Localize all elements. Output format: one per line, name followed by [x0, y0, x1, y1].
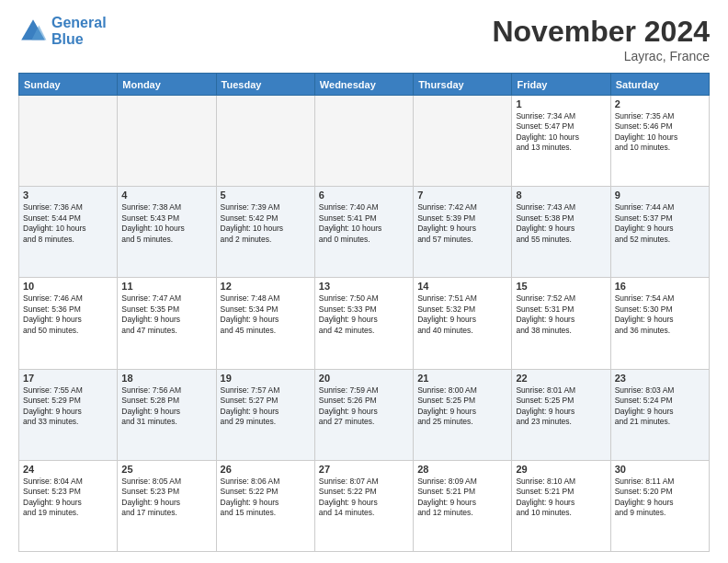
calendar-table: SundayMondayTuesdayWednesdayThursdayFrid… [18, 73, 710, 552]
weekday-header-wednesday: Wednesday [314, 74, 413, 96]
day-number: 22 [516, 373, 606, 384]
logo-line2: Blue [51, 31, 84, 47]
day-number: 2 [615, 98, 705, 109]
day-number: 8 [516, 190, 606, 201]
calendar-cell: 25Sunrise: 8:05 AM Sunset: 5:23 PM Dayli… [118, 460, 216, 551]
calendar-cell: 27Sunrise: 8:07 AM Sunset: 5:22 PM Dayli… [314, 460, 413, 551]
cell-info: Sunrise: 7:44 AM Sunset: 5:37 PM Dayligh… [615, 202, 705, 245]
day-number: 23 [615, 373, 705, 384]
cell-info: Sunrise: 8:04 AM Sunset: 5:23 PM Dayligh… [23, 477, 113, 519]
cell-info: Sunrise: 8:10 AM Sunset: 5:21 PM Dayligh… [516, 477, 606, 519]
cell-info: Sunrise: 7:57 AM Sunset: 5:27 PM Dayligh… [221, 385, 311, 428]
day-number: 13 [319, 281, 409, 292]
header: General Blue November 2024 Layrac, Franc… [18, 15, 710, 63]
cell-info: Sunrise: 8:03 AM Sunset: 5:24 PM Dayligh… [615, 385, 705, 428]
calendar-cell: 30Sunrise: 8:11 AM Sunset: 5:20 PM Dayli… [610, 460, 709, 551]
day-number: 9 [615, 190, 705, 201]
day-number: 17 [23, 373, 113, 384]
cell-info: Sunrise: 8:11 AM Sunset: 5:20 PM Dayligh… [615, 477, 705, 519]
day-number: 15 [516, 281, 606, 292]
calendar-cell: 29Sunrise: 8:10 AM Sunset: 5:21 PM Dayli… [512, 460, 610, 551]
cell-info: Sunrise: 7:52 AM Sunset: 5:31 PM Dayligh… [516, 293, 606, 336]
calendar-cell: 22Sunrise: 8:01 AM Sunset: 5:25 PM Dayli… [512, 369, 610, 460]
day-number: 25 [121, 464, 211, 475]
weekday-header-thursday: Thursday [414, 74, 512, 96]
cell-info: Sunrise: 7:50 AM Sunset: 5:33 PM Dayligh… [319, 293, 409, 336]
calendar-cell: 5Sunrise: 7:39 AM Sunset: 5:42 PM Daylig… [216, 187, 314, 278]
day-number: 1 [516, 98, 606, 109]
weekday-header-monday: Monday [118, 74, 216, 96]
calendar-cell: 17Sunrise: 7:55 AM Sunset: 5:29 PM Dayli… [19, 369, 118, 460]
logo-text: General Blue [51, 15, 107, 47]
cell-info: Sunrise: 7:35 AM Sunset: 5:46 PM Dayligh… [615, 111, 705, 154]
day-number: 12 [221, 281, 311, 292]
calendar-week-row: 10Sunrise: 7:46 AM Sunset: 5:36 PM Dayli… [19, 278, 710, 369]
day-number: 28 [417, 464, 507, 475]
calendar-cell: 7Sunrise: 7:42 AM Sunset: 5:39 PM Daylig… [414, 187, 512, 278]
cell-info: Sunrise: 7:43 AM Sunset: 5:38 PM Dayligh… [516, 202, 606, 245]
day-number: 5 [221, 190, 311, 201]
weekday-header-friday: Friday [512, 74, 610, 96]
calendar-cell: 9Sunrise: 7:44 AM Sunset: 5:37 PM Daylig… [610, 187, 709, 278]
calendar-cell [19, 96, 118, 187]
location-title: Layrac, France [492, 49, 710, 63]
cell-info: Sunrise: 8:05 AM Sunset: 5:23 PM Dayligh… [121, 477, 211, 519]
cell-info: Sunrise: 8:07 AM Sunset: 5:22 PM Dayligh… [319, 477, 409, 519]
cell-info: Sunrise: 7:36 AM Sunset: 5:44 PM Dayligh… [23, 202, 113, 245]
calendar-cell: 21Sunrise: 8:00 AM Sunset: 5:25 PM Dayli… [414, 369, 512, 460]
day-number: 19 [221, 373, 311, 384]
calendar-cell: 4Sunrise: 7:38 AM Sunset: 5:43 PM Daylig… [118, 187, 216, 278]
day-number: 6 [319, 190, 409, 201]
calendar-cell [118, 96, 216, 187]
calendar-cell: 24Sunrise: 8:04 AM Sunset: 5:23 PM Dayli… [19, 460, 118, 551]
calendar-cell: 2Sunrise: 7:35 AM Sunset: 5:46 PM Daylig… [610, 96, 709, 187]
cell-info: Sunrise: 8:01 AM Sunset: 5:25 PM Dayligh… [516, 385, 606, 428]
calendar-cell: 19Sunrise: 7:57 AM Sunset: 5:27 PM Dayli… [216, 369, 314, 460]
day-number: 24 [23, 464, 113, 475]
weekday-header-sunday: Sunday [19, 74, 118, 96]
day-number: 11 [121, 281, 211, 292]
calendar-cell: 6Sunrise: 7:40 AM Sunset: 5:41 PM Daylig… [314, 187, 413, 278]
day-number: 14 [417, 281, 507, 292]
day-number: 7 [417, 190, 507, 201]
calendar-cell: 12Sunrise: 7:48 AM Sunset: 5:34 PM Dayli… [216, 278, 314, 369]
logo-line1: General [51, 15, 107, 30]
calendar-week-row: 3Sunrise: 7:36 AM Sunset: 5:44 PM Daylig… [19, 187, 710, 278]
page: General Blue November 2024 Layrac, Franc… [0, 0, 728, 563]
calendar-cell: 15Sunrise: 7:52 AM Sunset: 5:31 PM Dayli… [512, 278, 610, 369]
calendar-cell: 11Sunrise: 7:47 AM Sunset: 5:35 PM Dayli… [118, 278, 216, 369]
day-number: 30 [615, 464, 705, 475]
day-number: 18 [121, 373, 211, 384]
cell-info: Sunrise: 7:42 AM Sunset: 5:39 PM Dayligh… [417, 202, 507, 245]
day-number: 21 [417, 373, 507, 384]
cell-info: Sunrise: 7:55 AM Sunset: 5:29 PM Dayligh… [23, 385, 113, 428]
calendar-cell: 18Sunrise: 7:56 AM Sunset: 5:28 PM Dayli… [118, 369, 216, 460]
day-number: 10 [23, 281, 113, 292]
calendar-cell: 28Sunrise: 8:09 AM Sunset: 5:21 PM Dayli… [414, 460, 512, 551]
calendar-cell: 8Sunrise: 7:43 AM Sunset: 5:38 PM Daylig… [512, 187, 610, 278]
cell-info: Sunrise: 7:51 AM Sunset: 5:32 PM Dayligh… [417, 293, 507, 336]
calendar-week-row: 17Sunrise: 7:55 AM Sunset: 5:29 PM Dayli… [19, 369, 710, 460]
calendar-cell: 26Sunrise: 8:06 AM Sunset: 5:22 PM Dayli… [216, 460, 314, 551]
logo-icon [18, 17, 48, 46]
calendar-cell: 20Sunrise: 7:59 AM Sunset: 5:26 PM Dayli… [314, 369, 413, 460]
day-number: 27 [319, 464, 409, 475]
calendar-cell: 3Sunrise: 7:36 AM Sunset: 5:44 PM Daylig… [19, 187, 118, 278]
cell-info: Sunrise: 7:48 AM Sunset: 5:34 PM Dayligh… [221, 293, 311, 336]
calendar-cell: 1Sunrise: 7:34 AM Sunset: 5:47 PM Daylig… [512, 96, 610, 187]
day-number: 26 [221, 464, 311, 475]
cell-info: Sunrise: 7:34 AM Sunset: 5:47 PM Dayligh… [516, 111, 606, 154]
cell-info: Sunrise: 8:09 AM Sunset: 5:21 PM Dayligh… [417, 477, 507, 519]
day-number: 29 [516, 464, 606, 475]
cell-info: Sunrise: 7:38 AM Sunset: 5:43 PM Dayligh… [121, 202, 211, 245]
cell-info: Sunrise: 7:40 AM Sunset: 5:41 PM Dayligh… [319, 202, 409, 245]
cell-info: Sunrise: 7:46 AM Sunset: 5:36 PM Dayligh… [23, 293, 113, 336]
day-number: 16 [615, 281, 705, 292]
month-title: November 2024 [492, 15, 710, 49]
cell-info: Sunrise: 8:00 AM Sunset: 5:25 PM Dayligh… [417, 385, 507, 428]
logo: General Blue [18, 15, 107, 47]
day-number: 3 [23, 190, 113, 201]
calendar-week-row: 1Sunrise: 7:34 AM Sunset: 5:47 PM Daylig… [19, 96, 710, 187]
weekday-header-saturday: Saturday [610, 74, 709, 96]
weekday-header-tuesday: Tuesday [216, 74, 314, 96]
